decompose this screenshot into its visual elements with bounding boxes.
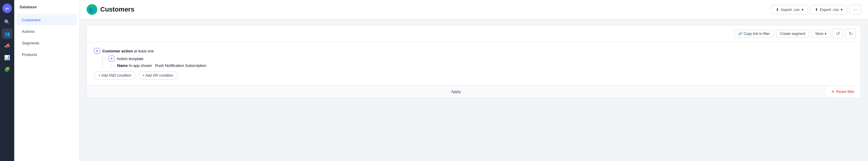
import-icon: ⬇ (776, 7, 779, 12)
filter-panel: 🔗 Copy link to filter Create segment Mor… (87, 25, 861, 98)
nav-rail: m 🔍 👥 📣 📊 🧩 (0, 0, 14, 161)
filter-child-node: + Action template (103, 56, 854, 62)
filter-toolbar: 🔗 Copy link to filter Create segment Mor… (87, 26, 861, 42)
root-label-rest: at least one (133, 49, 154, 53)
sidebar-item-products[interactable]: Products (17, 49, 77, 60)
grandchild-label-bold: Name (117, 63, 128, 68)
sidebar-header: Database (14, 0, 79, 14)
main-area: 👥 Customers ⬇ Import .csv ▾ ⬆ Export .cs… (80, 0, 868, 161)
sidebar-item-segments[interactable]: Segments (17, 38, 77, 48)
child-node-label: Action template (117, 56, 144, 61)
content-area: 🔗 Copy link to filter Create segment Mor… (80, 19, 868, 161)
filter-body: + Customer action at least one + Action … (87, 42, 861, 85)
sidebar-item-customers[interactable]: Customers (17, 15, 77, 25)
users-icon[interactable]: 👥 (2, 29, 12, 39)
root-label-bold: Customer action (102, 49, 133, 53)
add-and-condition-button[interactable]: + Add AND condition (94, 71, 135, 80)
more-filter-chevron-icon: ▾ (825, 32, 827, 36)
filter-grandchild-node: Name In-app shown Push Notification Subs… (111, 63, 854, 68)
chart-icon[interactable]: 📊 (2, 52, 12, 63)
reset-filter-button[interactable]: ✕ Reset filter (825, 86, 861, 97)
import-csv-button[interactable]: ⬇ Import .csv ▾ (771, 5, 808, 14)
filter-root-node: + Customer action at least one (94, 48, 854, 54)
import-label: Import .csv (781, 7, 800, 12)
puzzle-icon[interactable]: 🧩 (2, 64, 12, 75)
root-node-label: Customer action at least one (102, 49, 154, 53)
add-conditions-row: + Add AND condition + Add OR condition (94, 71, 854, 80)
page-header: 👥 Customers ⬇ Import .csv ▾ ⬆ Export .cs… (80, 0, 868, 19)
sidebar: Database Customers Actions Segments Prod… (14, 0, 80, 161)
grandchild-node-label: Name In-app shown Push Notification Subs… (117, 63, 207, 68)
add-or-condition-button[interactable]: + Add OR condition (138, 71, 178, 80)
export-csv-button[interactable]: ⬆ Export .csv ▾ (810, 5, 847, 14)
import-chevron-icon: ▾ (802, 7, 804, 12)
reset-icon: ✕ (831, 89, 835, 94)
more-filter-label: More (815, 32, 824, 36)
root-plus-button[interactable]: + (94, 48, 100, 54)
filter-tree-root: + Customer action at least one + Action … (94, 48, 854, 80)
create-segment-label: Create segment (780, 32, 805, 36)
redo-filter-button[interactable]: ↻ (845, 29, 856, 39)
apply-button[interactable]: Apply (87, 86, 825, 97)
header-left: 👥 Customers (87, 4, 134, 15)
page-icon: 👥 (87, 4, 97, 15)
filter-grandchildren: Name In-app shown Push Notification Subs… (111, 63, 854, 68)
redo-icon: ↻ (849, 31, 852, 36)
copy-link-label: Copy link to filter (744, 32, 770, 36)
avatar[interactable]: m (2, 4, 12, 13)
export-label: Export .csv (820, 7, 839, 12)
grandchild-label-rest: In-app shown Push Notification Subscript… (129, 63, 207, 68)
refresh-icon: ↺ (836, 31, 840, 36)
more-filter-button[interactable]: More ▾ (812, 30, 830, 38)
header-actions: ⬇ Import .csv ▾ ⬆ Export .csv ▾ ⋯ (771, 4, 861, 15)
more-icon: ⋯ (853, 7, 858, 12)
more-options-button[interactable]: ⋯ (849, 4, 861, 15)
page-title: Customers (100, 6, 134, 13)
export-icon: ⬆ (815, 7, 818, 12)
filter-children: + Action template Name In-app shown Push… (102, 56, 854, 68)
child-plus-button[interactable]: + (108, 56, 115, 62)
link-icon: 🔗 (738, 32, 743, 36)
sidebar-item-actions[interactable]: Actions (17, 26, 77, 37)
export-chevron-icon: ▾ (841, 7, 843, 12)
refresh-filter-button[interactable]: ↺ (833, 29, 843, 39)
megaphone-icon[interactable]: 📣 (2, 40, 12, 51)
filter-footer: Apply ✕ Reset filter (87, 85, 861, 97)
reset-label: Reset filter (836, 89, 855, 94)
copy-link-button[interactable]: 🔗 Copy link to filter (734, 30, 774, 38)
create-segment-button[interactable]: Create segment (776, 30, 809, 38)
search-icon[interactable]: 🔍 (2, 16, 12, 27)
